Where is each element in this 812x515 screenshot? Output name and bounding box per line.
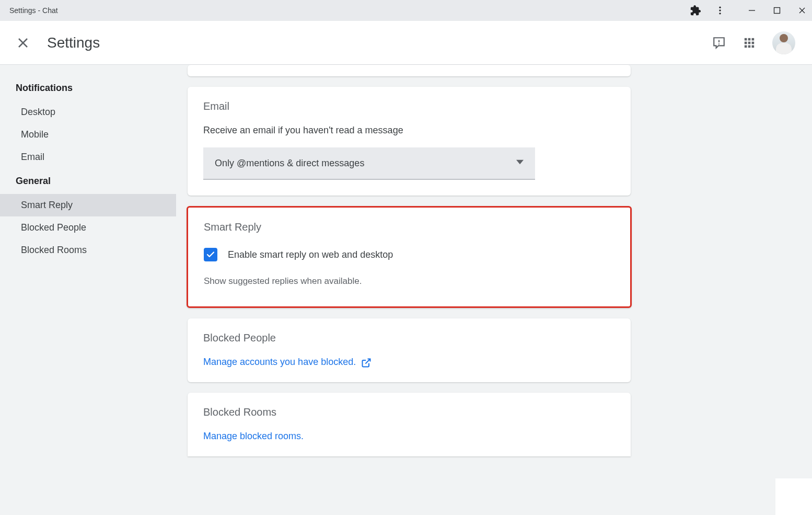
card-stub-top [188,65,631,76]
more-options-icon[interactable] [715,5,725,16]
minimize-button[interactable] [748,7,756,14]
smart-reply-checkbox[interactable] [204,248,217,261]
smart-reply-card-title: Smart Reply [204,221,614,233]
extension-icon[interactable] [690,5,701,16]
sidebar-item-email[interactable]: Email [0,146,176,168]
account-avatar[interactable] [772,31,795,54]
sidebar-item-smart-reply[interactable]: Smart Reply [0,194,176,216]
email-card-title: Email [203,100,615,112]
svg-rect-14 [745,41,747,44]
settings-sidebar: Notifications Desktop Mobile Email Gener… [0,65,176,515]
smart-reply-checkbox-row[interactable]: Enable smart reply on web and desktop [204,248,614,261]
manage-blocked-people-label: Manage accounts you have blocked. [203,357,356,368]
sidebar-item-blocked-people[interactable]: Blocked People [0,216,176,239]
svg-point-10 [718,43,720,44]
corner-patch [775,478,812,515]
svg-rect-16 [752,41,755,44]
smart-reply-card: Smart Reply Enable smart reply on web an… [187,206,632,308]
sidebar-item-blocked-rooms[interactable]: Blocked Rooms [0,239,176,261]
close-settings-icon[interactable] [17,37,29,49]
page-title: Settings [47,35,100,51]
open-external-icon [361,358,370,367]
apps-grid-icon[interactable] [742,36,757,50]
feedback-icon[interactable] [712,36,726,50]
email-card-description: Receive an email if you haven't read a m… [203,125,615,136]
window-titlebar: Settings - Chat [0,0,812,21]
svg-point-0 [719,7,721,8]
titlebar-controls [690,5,806,16]
manage-blocked-people-link[interactable]: Manage accounts you have blocked. [203,357,370,368]
svg-rect-18 [748,45,751,48]
window-title: Settings - Chat [6,6,58,15]
svg-point-2 [719,13,721,14]
svg-rect-11 [745,38,747,40]
smart-reply-helper-text: Show suggested replies when available. [204,276,614,287]
email-select-value: Only @mentions & direct messages [215,158,364,169]
svg-line-20 [366,359,370,363]
svg-rect-15 [748,41,751,44]
svg-rect-17 [745,45,747,48]
maximize-button[interactable] [773,7,781,14]
smart-reply-checkbox-label: Enable smart reply on web and desktop [228,249,393,260]
app-header: Settings [0,21,812,65]
sidebar-item-mobile[interactable]: Mobile [0,123,176,146]
svg-point-1 [719,9,721,11]
manage-blocked-rooms-label: Manage blocked rooms. [203,431,304,442]
svg-rect-13 [752,38,755,40]
svg-rect-12 [748,38,751,40]
email-card: Email Receive an email if you haven't re… [188,87,631,196]
close-window-button[interactable] [798,7,806,14]
sidebar-item-desktop[interactable]: Desktop [0,101,176,123]
blocked-rooms-title: Blocked Rooms [203,406,615,418]
dropdown-arrow-icon [516,158,524,168]
blocked-rooms-card: Blocked Rooms Manage blocked rooms. [188,393,631,456]
blocked-people-title: Blocked People [203,332,615,344]
settings-content: Email Receive an email if you haven't re… [176,65,812,515]
svg-rect-4 [774,8,780,14]
svg-rect-19 [752,45,755,48]
sidebar-group-general: General [0,168,176,194]
blocked-people-card: Blocked People Manage accounts you have … [188,318,631,382]
sidebar-group-notifications: Notifications [0,75,176,101]
main-area: Notifications Desktop Mobile Email Gener… [0,65,812,515]
email-frequency-select[interactable]: Only @mentions & direct messages [203,147,535,180]
manage-blocked-rooms-link[interactable]: Manage blocked rooms. [203,431,304,442]
